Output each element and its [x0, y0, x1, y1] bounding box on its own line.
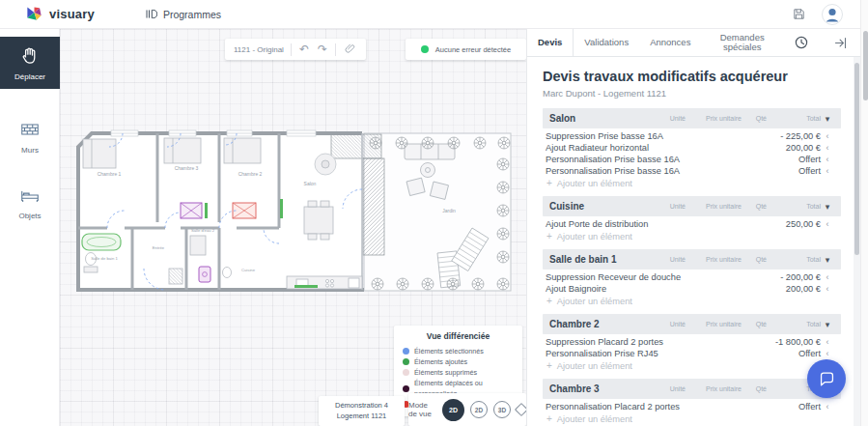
section-header[interactable]: Salle de bain 1UnitéPrix unitaireQtéTota…: [543, 249, 841, 270]
plan-2d-button[interactable]: 2D: [442, 399, 464, 421]
tool-label: Objets: [18, 212, 41, 220]
tool-murs[interactable]: Murs: [0, 110, 60, 162]
legend-item-label: Éléments ajoutés: [414, 356, 467, 367]
tool-objets[interactable]: Objets: [0, 176, 60, 228]
undo-icon: ↶: [299, 43, 309, 56]
floor-plan-canvas[interactable]: Chambre 1 Chambre 3 Chambre 2 Salon Entr…: [72, 114, 518, 305]
add-item-button[interactable]: +Ajouter un élément: [546, 295, 834, 307]
perspective-button[interactable]: [517, 405, 526, 414]
chevron-down-icon: ▾: [821, 255, 834, 265]
section-name: Salle de bain 1: [549, 254, 657, 265]
tab-annonces[interactable]: Annonces: [639, 29, 701, 56]
item-label: Suppression Receveur de douche: [546, 272, 780, 282]
collapse-panel-icon: [833, 36, 848, 50]
tab-validations[interactable]: Validations: [574, 29, 639, 56]
add-item-button[interactable]: +Ajouter un élément: [546, 177, 834, 189]
devis-item[interactable]: Personnalisation Prise basse 16AOffert‹: [546, 154, 834, 165]
devis-item[interactable]: Suppression Placard 2 portes-1 800,00 €‹: [546, 336, 834, 348]
chevron-left-icon: ‹: [821, 131, 834, 141]
item-label: Suppression Prise basse 16A: [546, 131, 780, 141]
top-header: visuary Programmes: [0, 0, 868, 29]
plus-icon: +: [546, 361, 552, 371]
tab-devis[interactable]: Devis: [527, 29, 574, 56]
column-header-qte: Qté: [742, 385, 767, 392]
legend-color-dot: [403, 348, 409, 355]
view-mode-toolbar: Mode de vue 2D2D3D: [408, 393, 526, 426]
column-header-unite: Unité: [657, 385, 686, 392]
add-item-label: Ajouter un élément: [557, 297, 632, 306]
column-header-unite: Unité: [657, 256, 686, 263]
plus-icon: +: [546, 179, 552, 188]
section-items: Suppression Prise basse 16A- 225,00 €‹Aj…: [543, 128, 841, 191]
devis-section-salle-de-bain-1: Salle de bain 1UnitéPrix unitaireQtéTota…: [543, 249, 841, 309]
view-mode-buttons: 2D2D3D: [442, 399, 526, 421]
panel-scrollbar[interactable]: [854, 57, 860, 426]
collapse-panel-button[interactable]: [820, 29, 860, 56]
rotate-2d-button[interactable]: 2D: [470, 401, 488, 418]
devis-item[interactable]: Suppression Prise basse 16A- 225,00 €‹: [546, 130, 834, 142]
nav-programmes[interactable]: Programmes: [145, 8, 221, 20]
item-total: Offert: [798, 155, 821, 164]
attachment-button[interactable]: [343, 43, 357, 57]
devis-section-chambre-2: Chambre 2UnitéPrix unitaireQtéTotal▾Supp…: [543, 314, 841, 374]
devis-item[interactable]: Ajout Radiateur horizontal200,00 €‹: [546, 142, 834, 154]
version-toolbar: 1121 - Original ↶ ↷: [225, 39, 366, 60]
section-header[interactable]: SalonUnitéPrix unitaireQtéTotal▾: [543, 108, 841, 128]
history-tab-button[interactable]: [783, 29, 820, 56]
section-header[interactable]: Chambre 3UnitéPrix unitaireQtéTotal▾: [543, 379, 841, 399]
project-name: Démonstration 4: [335, 401, 388, 411]
section-header[interactable]: CuisineUnitéPrix unitaireQtéTotal▾: [543, 196, 841, 216]
legend-item: Éléments ajoutés: [403, 356, 514, 367]
undo-button[interactable]: ↶: [298, 43, 310, 55]
page-scrollbar[interactable]: [860, 0, 868, 426]
add-item-button[interactable]: +Ajouter un élément: [546, 359, 834, 372]
devis-item[interactable]: Personnalisation Prise RJ45Offert‹: [546, 348, 834, 359]
legend-color-dot: [403, 369, 409, 376]
room-label: Chambre 2: [238, 171, 263, 177]
page-scrollbar-thumb[interactable]: [863, 31, 868, 100]
view-3d-button[interactable]: 3D: [493, 401, 511, 418]
save-button[interactable]: [792, 7, 806, 21]
plus-icon: +: [546, 232, 552, 241]
chevron-left-icon: ‹: [821, 284, 834, 294]
legend-color-dot: [403, 385, 409, 392]
add-item-button[interactable]: +Ajouter un élément: [546, 412, 834, 425]
item-label: Ajout Radiateur horizontal: [546, 143, 786, 153]
chevron-left-icon: ‹: [821, 143, 834, 153]
programmes-icon: [145, 8, 157, 20]
paperclip-icon: [344, 43, 356, 55]
panel-scrollbar-thumb[interactable]: [854, 63, 859, 255]
item-label: Ajout Porte de distribution: [546, 219, 786, 229]
section-header[interactable]: Chambre 2UnitéPrix unitaireQtéTotal▾: [543, 314, 841, 334]
visuary-logo[interactable]: visuary: [25, 5, 95, 23]
app-root: visuary Programmes DéplacerMu: [0, 0, 868, 426]
redo-button[interactable]: ↷: [317, 43, 328, 55]
project-lot: Logement 1121: [337, 412, 387, 421]
room-label: Entrée: [153, 245, 165, 250]
devis-item[interactable]: Suppression Receveur de douche- 200,00 €…: [546, 271, 834, 283]
column-header-qte: Qté: [742, 203, 767, 210]
tool-rail: DéplacerMursObjets: [0, 29, 60, 426]
chevron-left-icon: ‹: [821, 272, 834, 282]
devis-item[interactable]: Personnalisation Placard 2 portesOffert‹: [546, 401, 834, 412]
section-items: Suppression Placard 2 portes-1 800,00 €‹…: [543, 334, 841, 374]
devis-item[interactable]: Ajout Porte de distribution250,00 €‹: [546, 218, 834, 230]
view-3d-icon: 3D: [493, 401, 511, 418]
status-text: Aucune erreur détectée: [435, 45, 511, 54]
plan-canvas-area[interactable]: Chambre 1 Chambre 3 Chambre 2 Salon Entr…: [60, 29, 526, 426]
section-items: Personnalisation Placard 2 portesOffert‹…: [543, 399, 841, 426]
chat-fab-button[interactable]: [807, 359, 846, 398]
section-name: Cuisine: [549, 201, 657, 212]
user-avatar[interactable]: [822, 4, 843, 25]
room-label: Salon: [304, 181, 317, 186]
add-item-button[interactable]: +Ajouter un élément: [546, 230, 834, 242]
tool-deplacer[interactable]: Déplacer: [0, 37, 60, 89]
chevron-left-icon: ‹: [821, 155, 834, 164]
chat-bubble-icon: [818, 370, 836, 388]
section-items: Ajout Porte de distribution250,00 €‹+Ajo…: [543, 216, 841, 244]
chevron-down-icon: ▾: [821, 320, 834, 329]
devis-item[interactable]: Ajout Baignoire200,00 €‹: [546, 283, 834, 295]
devis-item[interactable]: Personnalisation Prise basse 16AOffert‹: [546, 165, 834, 177]
column-header-total: Total: [767, 203, 821, 210]
tab-demandes-speciales[interactable]: Demandes spéciales: [701, 29, 783, 56]
